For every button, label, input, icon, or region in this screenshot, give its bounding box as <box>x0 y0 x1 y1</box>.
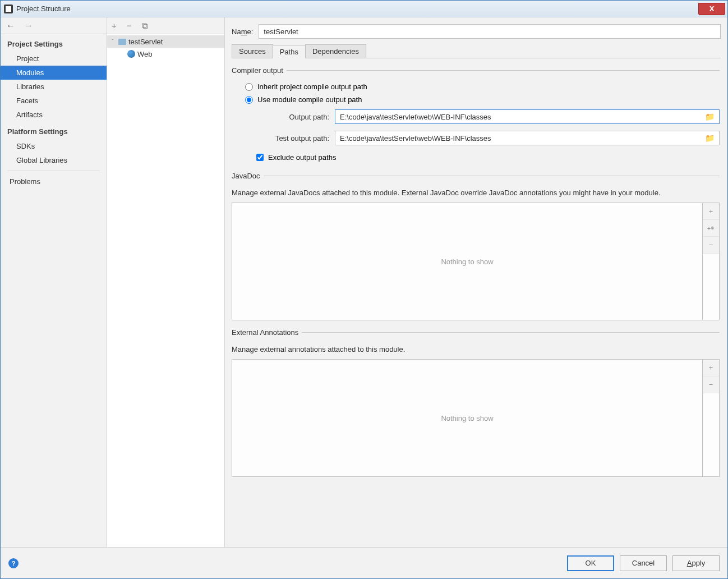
javadoc-add-url-icon[interactable]: +⊕ <box>703 220 719 237</box>
annotations-add-icon[interactable]: + <box>703 360 719 376</box>
copy-icon[interactable]: ⧉ <box>142 21 148 31</box>
app-icon <box>4 4 13 13</box>
cancel-button[interactable]: Cancel <box>620 555 667 571</box>
tab-dependencies[interactable]: Dependencies <box>305 44 366 58</box>
output-path-input[interactable]: E:\code\java\testServlet\web\WEB-INF\cla… <box>335 109 720 124</box>
sidebar-item-global-libraries[interactable]: Global Libraries <box>1 153 107 167</box>
legend-annotations: External Annotations <box>232 328 302 337</box>
module-tree-panel: + − ⧉ ˇ testServlet Web <box>107 17 225 547</box>
fieldset-annotations: External Annotations Manage external ann… <box>232 328 720 477</box>
remove-icon[interactable]: − <box>127 21 132 30</box>
section-platform-settings: Platform Settings <box>1 122 107 139</box>
module-tree: ˇ testServlet Web <box>107 34 224 547</box>
forward-arrow-icon[interactable]: → <box>24 21 33 31</box>
sidebar-item-artifacts[interactable]: Artifacts <box>1 108 107 122</box>
detail-tabs: Sources Paths Dependencies <box>232 44 721 58</box>
name-row: Name: <box>232 24 721 39</box>
tree-node-testservlet[interactable]: ˇ testServlet <box>107 35 224 48</box>
tab-sources[interactable]: Sources <box>232 44 273 58</box>
nav-arrows: ← → <box>1 17 107 34</box>
ok-button[interactable]: OK <box>567 555 614 571</box>
tree-node-web[interactable]: Web <box>107 48 224 60</box>
radio-usemodule[interactable] <box>245 96 253 104</box>
sidebar-item-libraries[interactable]: Libraries <box>1 80 107 94</box>
fieldset-compiler-output: Compiler output Inherit project compile … <box>232 66 720 164</box>
radio-inherit-label: Inherit project compile output path <box>257 82 367 91</box>
annotations-desc: Manage external annotations attached to … <box>232 342 720 359</box>
sidebar-item-sdks[interactable]: SDKs <box>1 139 107 153</box>
sidebar-item-problems[interactable]: Problems <box>1 174 107 189</box>
web-icon <box>127 50 135 58</box>
annotations-listbox: Nothing to show + − <box>232 359 720 477</box>
annotations-buttons: + − <box>702 360 719 476</box>
divider <box>7 171 100 171</box>
name-input[interactable] <box>259 24 721 39</box>
fieldset-javadoc: JavaDoc Manage external JavaDocs attache… <box>232 172 720 320</box>
exclude-row[interactable]: Exclude output paths <box>232 149 720 164</box>
legend-compiler-output: Compiler output <box>232 66 287 75</box>
apply-button[interactable]: Apply <box>672 555 720 571</box>
javadoc-listbox: Nothing to show + +⊕ − <box>232 203 720 320</box>
titlebar: Project Structure X <box>1 1 727 17</box>
tree-label-root: testServlet <box>128 38 163 46</box>
tree-label-web: Web <box>137 50 153 58</box>
test-output-path-label: Test output path: <box>256 134 329 143</box>
detail-panel: Name: Sources Paths Dependencies Compile… <box>225 17 727 547</box>
settings-sidebar: ← → Project Settings Project Modules Lib… <box>1 17 107 547</box>
browse-folder-icon[interactable]: 📁 <box>705 134 715 143</box>
sidebar-item-modules[interactable]: Modules <box>1 66 107 80</box>
radio-usemodule-row[interactable]: Use module compile output path <box>232 93 720 106</box>
chevron-down-icon[interactable]: ˇ <box>109 39 116 45</box>
test-output-path-value: E:\code\java\testServlet\web\WEB-INF\cla… <box>340 134 491 143</box>
tree-toolbar: + − ⧉ <box>107 17 224 34</box>
exclude-label: Exclude output paths <box>268 153 336 162</box>
dialog-footer: ? OK Cancel Apply <box>1 547 727 578</box>
tab-paths[interactable]: Paths <box>273 45 306 58</box>
browse-folder-icon[interactable]: 📁 <box>705 112 715 121</box>
radio-inherit-row[interactable]: Inherit project compile output path <box>232 80 720 93</box>
output-path-row: Output path: E:\code\java\testServlet\we… <box>232 106 720 127</box>
name-label: Name: <box>232 27 253 36</box>
output-path-value: E:\code\java\testServlet\web\WEB-INF\cla… <box>340 113 491 121</box>
sidebar-item-facets[interactable]: Facets <box>1 94 107 108</box>
add-icon[interactable]: + <box>112 21 117 30</box>
javadoc-add-icon[interactable]: + <box>703 203 719 220</box>
annotations-remove-icon[interactable]: − <box>703 376 719 393</box>
radio-usemodule-label: Use module compile output path <box>257 95 362 104</box>
javadoc-empty-msg: Nothing to show <box>232 203 702 320</box>
test-output-path-row: Test output path: E:\code\java\testServl… <box>232 127 720 149</box>
exclude-checkbox[interactable] <box>256 154 264 161</box>
help-icon[interactable]: ? <box>8 558 19 568</box>
close-button[interactable]: X <box>698 3 725 15</box>
test-output-path-input[interactable]: E:\code\java\testServlet\web\WEB-INF\cla… <box>335 131 720 145</box>
annotations-empty-msg: Nothing to show <box>232 360 702 476</box>
javadoc-buttons: + +⊕ − <box>702 203 719 320</box>
back-arrow-icon[interactable]: ← <box>6 21 15 31</box>
output-path-label: Output path: <box>256 113 329 121</box>
project-structure-window: Project Structure X ← → Project Settings… <box>0 0 728 579</box>
section-project-settings: Project Settings <box>1 34 107 52</box>
sidebar-item-project[interactable]: Project <box>1 52 107 66</box>
legend-javadoc: JavaDoc <box>232 172 264 180</box>
javadoc-remove-icon[interactable]: − <box>703 237 719 254</box>
module-folder-icon <box>118 39 126 45</box>
javadoc-desc: Manage external JavaDocs attached to thi… <box>232 186 720 203</box>
window-title: Project Structure <box>16 4 71 13</box>
radio-inherit[interactable] <box>245 83 253 91</box>
